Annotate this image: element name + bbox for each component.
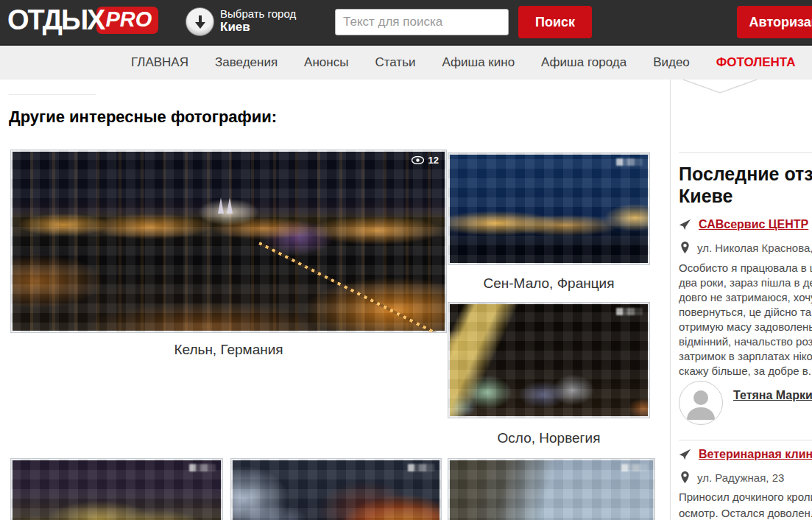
site-logo[interactable]: ОТДЫХ PRO <box>7 4 158 36</box>
sidebar-heading-line2: Киеве <box>679 186 732 207</box>
review-address: ул. Николая Краснова, 27 <box>697 242 812 254</box>
nav-item-glavnaya[interactable]: ГЛАВНАЯ <box>131 55 188 70</box>
review-author-link[interactable]: Тетяна Маркивна <box>733 389 812 402</box>
divider <box>679 152 812 153</box>
photo-caption: Сен-Мало, Франция <box>448 275 650 292</box>
divider <box>9 94 96 95</box>
bridge-graphic <box>258 242 447 333</box>
review-text-line: отримую масу задоволень, колектив <box>679 320 812 333</box>
review-text-line: повернуться, це дійсно та робота <box>679 306 812 318</box>
sidebar-divider <box>670 80 671 520</box>
photo-thumbnail[interactable] <box>448 458 655 520</box>
location-pin-icon <box>680 242 690 254</box>
view-count-badge: 12 <box>412 155 439 166</box>
cathedral-spire-graphic <box>227 197 233 214</box>
photo-saint-malo[interactable] <box>448 152 650 265</box>
review-text-line: відмінний, начальство розуміюче <box>679 335 812 348</box>
main-nav: ГЛАВНАЯ Заведения Анонсы Статьи Афиша ки… <box>0 46 812 80</box>
divider <box>679 440 812 440</box>
photo-caption: Осло, Норвегия <box>448 430 650 446</box>
view-count-badge-blurred <box>621 464 648 471</box>
view-count-badge-blurred <box>408 464 434 471</box>
page-title: Другие интересные фотографии: <box>9 108 277 127</box>
location-pin-icon <box>680 471 690 484</box>
review-address-row: ул. Радужная, 23 <box>680 471 784 484</box>
view-count: 12 <box>428 155 439 166</box>
nav-item-fotolenta[interactable]: ФОТОЛЕНТА <box>716 55 796 70</box>
search-button[interactable]: Поиск <box>518 6 592 38</box>
review-place-row: Ветеринарная клиника <box>679 448 812 461</box>
review-text-line: осмотр. Остался доволен. Ему с <box>679 507 812 519</box>
review-place-link[interactable]: Ветеринарная клиника <box>699 448 812 461</box>
eye-icon <box>412 156 424 164</box>
logo-text: ОТДЫХ <box>7 4 104 36</box>
city-selector[interactable]: Выбрать город Киев <box>186 7 296 36</box>
review-text-line: затримок в зарплатах ніколи не <box>679 350 812 362</box>
review-place-link[interactable]: САВсервис ЦЕНТР <box>699 218 808 231</box>
photo-thumbnail[interactable] <box>230 458 442 520</box>
photo-caption: Кельн, Германия <box>10 342 447 358</box>
city-selector-value: Киев <box>220 20 296 34</box>
review-address: ул. Радужная, 23 <box>697 471 784 484</box>
photo-cologne[interactable]: 12 <box>10 150 447 333</box>
active-tab-pointer <box>682 79 758 98</box>
chevron-down-circle-icon <box>186 7 214 36</box>
logo-pro-badge: PRO <box>96 7 158 34</box>
nav-item-afisha-goroda[interactable]: Афиша города <box>541 55 626 70</box>
nav-item-afisha-kino[interactable]: Афиша кино <box>442 55 515 70</box>
sidebar-heading-line1: Последние отзывы о <box>679 164 812 185</box>
review-place-row: САВсервис ЦЕНТР <box>679 218 808 231</box>
review-text-line: скажу більше, за добре в... <box>679 365 812 377</box>
city-selector-label: Выбрать город <box>220 7 296 20</box>
search-input[interactable] <box>335 9 509 35</box>
review-text-line: Особисто я працювала в цій компанії <box>679 261 812 274</box>
auth-button[interactable]: Авторизация <box>737 6 812 38</box>
nav-item-anonsy[interactable]: Анонсы <box>304 55 348 70</box>
nav-item-zavedeniya[interactable]: Заведения <box>215 55 278 70</box>
nav-item-video[interactable]: Видео <box>653 55 690 70</box>
send-icon <box>679 219 691 231</box>
site-header: ОТДЫХ PRO Выбрать город Киев Поиск Автор… <box>0 0 812 46</box>
view-count-badge-blurred <box>616 158 643 166</box>
send-icon <box>679 449 691 461</box>
photo-oslo[interactable] <box>448 302 650 418</box>
nav-item-statyi[interactable]: Статьи <box>375 55 415 70</box>
view-count-badge-blurred <box>616 308 643 315</box>
review-text-line: Приносил дочкиного кролика на <box>679 491 812 503</box>
review-text-line: довго не затримаюся, хочу скоріше <box>679 291 812 303</box>
review-address-row: ул. Николая Краснова, 27 <box>680 242 812 254</box>
photo-thumbnail[interactable] <box>10 458 223 520</box>
cathedral-spire-graphic <box>218 197 224 214</box>
review-text-line: два роки, зараз пішла в декретну <box>679 276 812 289</box>
view-count-badge-blurred <box>189 464 216 471</box>
avatar[interactable] <box>679 381 723 425</box>
